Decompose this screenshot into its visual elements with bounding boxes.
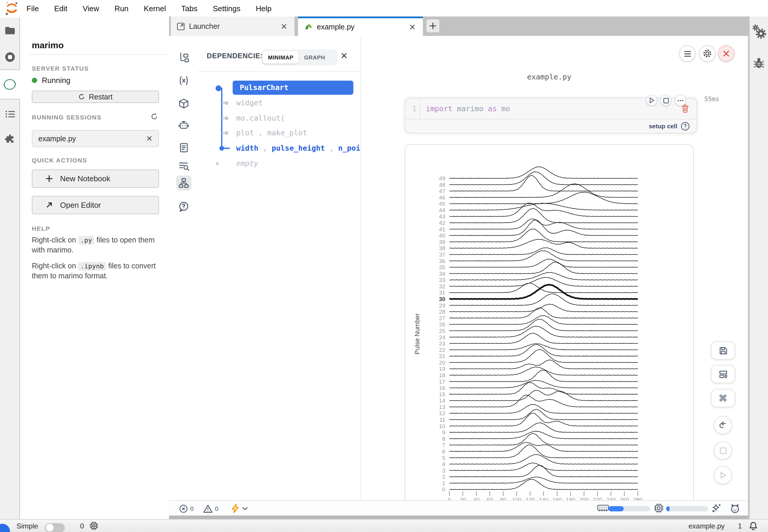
menu-kernel[interactable]: Kernel [136, 4, 173, 13]
close-tab-icon[interactable]: ✕ [278, 21, 290, 31]
logs-icon[interactable] [176, 140, 191, 155]
cpu-icon [654, 503, 664, 513]
stop-all-button[interactable] [714, 441, 732, 460]
open-editor-button[interactable]: Open Editor [32, 196, 159, 214]
divider [198, 71, 361, 72]
run-stale-button[interactable] [231, 504, 248, 513]
dep-item-empty[interactable]: empty [236, 158, 258, 169]
menu-run[interactable]: Run [107, 4, 136, 13]
svg-text:30: 30 [439, 296, 445, 302]
run-all-button[interactable] [714, 466, 732, 484]
table-of-contents-icon[interactable] [4, 109, 15, 119]
cell-more-button[interactable] [675, 95, 686, 106]
svg-text:220: 220 [593, 497, 602, 500]
restart-server-button[interactable]: Restart [32, 91, 159, 103]
marimo-sidebar-icon[interactable] [3, 78, 16, 91]
close-session-icon[interactable]: ✕ [146, 134, 152, 143]
code-content[interactable]: import marimo as mo [420, 104, 510, 113]
save-button[interactable] [711, 341, 735, 360]
svg-text:26: 26 [439, 321, 445, 327]
ellipsis-icon [677, 99, 684, 102]
new-notebook-button[interactable]: New Notebook [32, 169, 159, 188]
ai-assistant-icon[interactable] [176, 117, 191, 132]
svg-text:40: 40 [439, 232, 445, 239]
toggle-graph[interactable]: GRAPH [299, 51, 331, 64]
simple-mode-toggle[interactable] [45, 521, 65, 532]
tab-launcher[interactable]: Launcher ✕ [171, 16, 295, 36]
ai-sparkle-icon[interactable] [712, 503, 722, 513]
debugger-bug-icon[interactable] [753, 56, 764, 69]
svg-text:27: 27 [439, 315, 445, 321]
dep-item-width[interactable]: width , pulse_height , n_poi [236, 143, 360, 154]
dependency-explorer-icon[interactable] [176, 175, 191, 191]
notebook-menu-button[interactable] [679, 45, 696, 62]
menu-edit[interactable]: Edit [46, 4, 75, 13]
menu-settings[interactable]: Settings [205, 4, 248, 13]
menu-tabs[interactable]: Tabs [174, 4, 205, 13]
chevron-down-icon [242, 506, 248, 511]
toggle-minimap[interactable]: MINIMAP [263, 51, 299, 64]
packages-icon[interactable] [176, 96, 191, 111]
property-inspector-icon[interactable] [752, 24, 767, 40]
extensions-icon[interactable] [5, 134, 15, 144]
cpu-usage-bar [666, 506, 708, 511]
close-panel-icon[interactable]: ✕ [340, 51, 348, 60]
scratchpad-search-icon[interactable] [176, 158, 191, 174]
running-sessions-icon[interactable] [4, 52, 15, 62]
chart-output-cell: 4948474645444342414039383736353433323130… [405, 144, 694, 500]
tab-example-py[interactable]: example.py ✕ [298, 16, 423, 36]
session-item[interactable]: example.py ✕ [32, 130, 159, 147]
keyboard-shortcuts-button[interactable]: ⌘ [711, 389, 735, 407]
stop-cell-button[interactable] [660, 95, 671, 106]
file-tree-icon[interactable] [176, 49, 191, 65]
errors-indicator[interactable]: 0 [179, 504, 194, 513]
run-cell-button[interactable] [646, 95, 657, 106]
menu-help[interactable]: Help [248, 4, 279, 13]
svg-text:200: 200 [579, 497, 589, 500]
bottom-status-bar: Simple 0 example.py 1 [0, 519, 768, 532]
activity-bar-bottom [0, 99, 20, 520]
running-sessions-heading: RUNNING SESSIONS [32, 114, 102, 121]
notebook-settings-button[interactable] [699, 45, 716, 62]
svg-text:100: 100 [512, 497, 521, 500]
ipynb-extension-chip: .ipynb [78, 262, 106, 271]
dep-item-plot[interactable]: plot , make_plot [236, 128, 307, 138]
svg-text:36: 36 [439, 258, 445, 264]
divider [29, 54, 169, 55]
svg-text:160: 160 [552, 497, 562, 500]
setup-help-icon[interactable] [681, 122, 690, 130]
svg-text:3: 3 [442, 468, 445, 474]
svg-text:12: 12 [439, 410, 445, 416]
command-icon: ⌘ [719, 393, 727, 403]
cell-runtime: 55ms [704, 95, 719, 102]
layout-button[interactable] [711, 365, 735, 383]
stop-icon [663, 97, 669, 103]
kernel-chip-icon[interactable] [89, 521, 98, 530]
activity-bar-top [0, 18, 20, 70]
dependencies-title: DEPENDENCIES [207, 52, 265, 60]
variables-icon[interactable] [176, 73, 191, 88]
simple-mode-label: Simple [16, 520, 38, 532]
assistant-cat-icon[interactable] [730, 503, 740, 513]
svg-text:11: 11 [439, 417, 445, 423]
play-icon [719, 471, 727, 479]
svg-text:140: 140 [539, 497, 548, 500]
refresh-sessions-icon[interactable] [151, 113, 158, 120]
help-chat-icon[interactable] [176, 199, 191, 214]
server-status-heading: SERVER STATUS [32, 65, 89, 72]
shutdown-button[interactable] [718, 45, 734, 62]
dep-item-pulsarchart[interactable]: PulsarChart [233, 81, 353, 95]
notification-bell-icon[interactable] [749, 521, 758, 531]
menu-view[interactable]: View [75, 4, 107, 13]
svg-text:Pulse Number: Pulse Number [413, 313, 421, 354]
warnings-indicator[interactable]: 0 [203, 504, 219, 513]
svg-text:23: 23 [439, 340, 445, 347]
menu-file[interactable]: File [19, 4, 46, 13]
new-tab-button[interactable] [426, 19, 439, 32]
close-tab-icon[interactable]: ✕ [407, 22, 418, 32]
file-browser-icon[interactable] [4, 26, 15, 35]
dep-item-callout[interactable]: mo.callout( [236, 113, 285, 124]
svg-text:17: 17 [439, 379, 445, 385]
undo-button[interactable] [714, 416, 732, 434]
dep-item-widget[interactable]: widget [236, 98, 263, 108]
